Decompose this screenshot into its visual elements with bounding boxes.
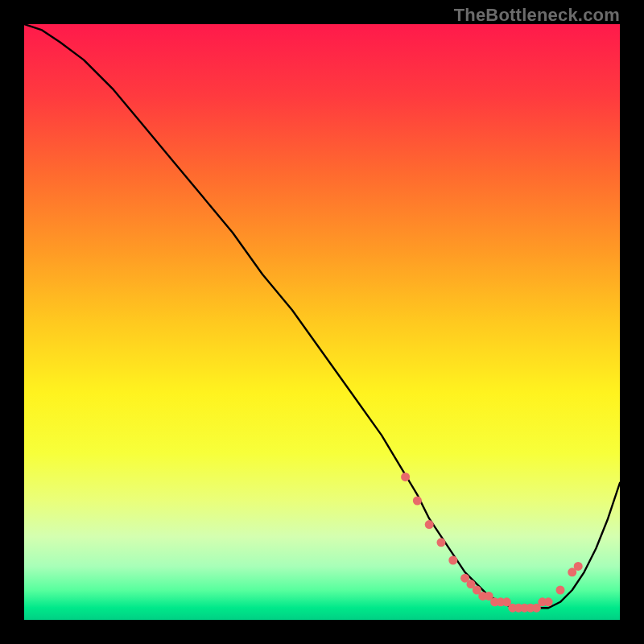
attribution-text: TheBottleneck.com	[454, 5, 620, 26]
chart-stage: TheBottleneck.com	[0, 0, 644, 644]
marker-dot	[544, 597, 553, 606]
marker-dot	[401, 473, 410, 481]
plot-area	[24, 24, 620, 620]
marker-dot	[425, 520, 434, 529]
marker-dot	[574, 562, 583, 571]
optimal-range-dots	[401, 473, 583, 613]
bottleneck-curve	[24, 24, 620, 608]
marker-dot	[413, 497, 422, 506]
marker-dot	[448, 556, 457, 565]
marker-dot	[437, 538, 446, 547]
marker-dot	[556, 586, 565, 595]
curve-svg	[24, 24, 620, 620]
